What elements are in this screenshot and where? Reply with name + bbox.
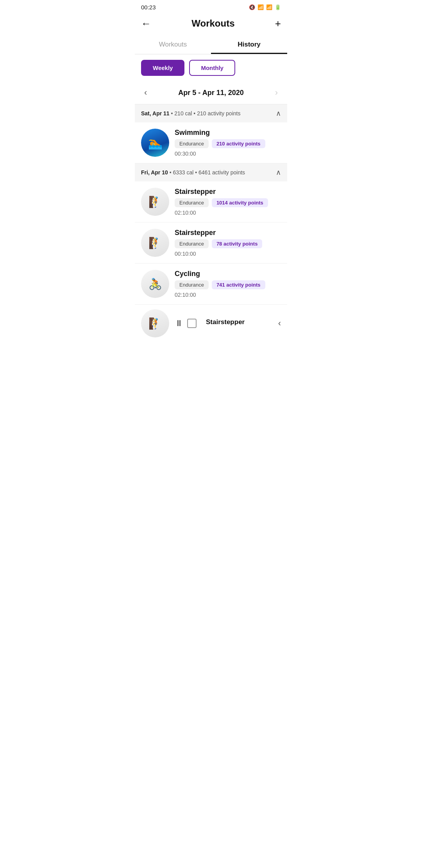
workout-name-stairstepper-2: Stairstepper [175, 229, 281, 237]
workout-duration-swimming: 00:30:00 [175, 151, 281, 157]
signal-icon: 📶 [266, 4, 272, 10]
workout-item-stairstepper-1[interactable]: Stairstepper Endurance 1014 activity poi… [135, 181, 287, 222]
avatar-stairstepper-partial [141, 309, 169, 337]
chevron-up-icon-sat: ∧ [276, 109, 281, 118]
wifi-icon: 📶 [257, 4, 264, 10]
tabs-container: Workouts History [135, 35, 287, 54]
battery-icon: 🔋 [275, 4, 281, 10]
day-name-sat: Sat, Apr 11 [141, 110, 170, 117]
tag-endurance-stairstepper-1: Endurance [175, 198, 209, 207]
workout-details-cycling: Cycling Endurance 741 activity points 02… [175, 270, 281, 298]
workout-details-stairstepper-2: Stairstepper Endurance 78 activity point… [175, 229, 281, 257]
date-next-button[interactable]: › [272, 86, 281, 99]
workout-item-cycling[interactable]: Cycling Endurance 741 activity points 02… [135, 264, 287, 305]
workout-tags-cycling: Endurance 741 activity points [175, 280, 281, 289]
add-button[interactable]: + [275, 18, 281, 29]
date-prev-button[interactable]: ‹ [141, 86, 150, 99]
date-range-label: Apr 5 - Apr 11, 2020 [178, 89, 243, 97]
filter-weekly[interactable]: Weekly [141, 60, 184, 76]
avatar-stairstepper-2 [141, 229, 169, 257]
workout-name-cycling: Cycling [175, 270, 281, 278]
tag-endurance-swimming: Endurance [175, 139, 209, 148]
avatar-swimming [141, 129, 169, 157]
workout-item-partial[interactable]: ⏸ Stairstepper ‹ [135, 305, 287, 342]
workout-name-swimming: Swimming [175, 129, 281, 137]
status-time: 00:23 [141, 4, 156, 11]
workout-duration-cycling: 02:10:00 [175, 292, 281, 298]
day-separator2-sat: • [193, 110, 197, 117]
partial-back-icon[interactable]: ‹ [278, 318, 281, 328]
status-icons: 🔇 📶 📶 🔋 [249, 4, 281, 10]
partial-checkbox[interactable] [187, 319, 197, 328]
tag-points-stairstepper-1: 1014 activity points [212, 198, 268, 207]
day-calories-fri: 6333 cal [173, 169, 193, 176]
partial-controls: ⏸ [175, 318, 197, 328]
avatar-stairstepper-1 [141, 188, 169, 216]
day-info-sat: Sat, Apr 11 • 210 cal • 210 activity poi… [141, 110, 240, 117]
workout-details-swimming: Swimming Endurance 210 activity points 0… [175, 129, 281, 157]
status-bar: 00:23 🔇 📶 📶 🔋 [135, 0, 287, 14]
workout-duration-stairstepper-1: 02:10:00 [175, 210, 281, 216]
workout-name-stairstepper-1: Stairstepper [175, 188, 281, 196]
pause-icon: ⏸ [175, 318, 183, 328]
workout-item-swimming[interactable]: Swimming Endurance 210 activity points 0… [135, 122, 287, 163]
filter-monthly[interactable]: Monthly [189, 60, 235, 76]
workout-tags-stairstepper-2: Endurance 78 activity points [175, 239, 281, 248]
workout-details-stairstepper-1: Stairstepper Endurance 1014 activity poi… [175, 188, 281, 216]
day-points-fri: 6461 activity points [198, 169, 245, 176]
tag-endurance-cycling: Endurance [175, 280, 209, 289]
page-title: Workouts [191, 18, 234, 29]
workout-duration-stairstepper-2: 00:10:00 [175, 251, 281, 257]
header: ← Workouts + [135, 14, 287, 35]
back-button[interactable]: ← [141, 18, 151, 29]
workout-item-stairstepper-2[interactable]: Stairstepper Endurance 78 activity point… [135, 222, 287, 264]
workout-tags-stairstepper-1: Endurance 1014 activity points [175, 198, 281, 207]
tag-endurance-stairstepper-2: Endurance [175, 239, 209, 248]
avatar-cycling [141, 270, 169, 298]
day-points-sat: 210 activity points [197, 110, 240, 117]
chevron-up-icon-fri: ∧ [276, 168, 281, 177]
filter-row: Weekly Monthly [135, 54, 287, 81]
tab-workouts[interactable]: Workouts [135, 35, 211, 54]
mute-icon: 🔇 [249, 4, 255, 10]
partial-workout-name: Stairstepper [206, 318, 245, 326]
tag-points-cycling: 741 activity points [212, 280, 265, 289]
day-calories-sat: 210 cal [174, 110, 192, 117]
day-section-sat-apr-11[interactable]: Sat, Apr 11 • 210 cal • 210 activity poi… [135, 104, 287, 122]
day-separator2-fri: • [195, 169, 198, 176]
workout-tags-swimming: Endurance 210 activity points [175, 139, 281, 148]
tag-points-swimming: 210 activity points [212, 139, 265, 148]
day-separator-sat: • [171, 110, 175, 117]
date-nav: ‹ Apr 5 - Apr 11, 2020 › [135, 81, 287, 104]
day-info-fri: Fri, Apr 10 • 6333 cal • 6461 activity p… [141, 169, 245, 176]
day-name-fri: Fri, Apr 10 [141, 169, 168, 176]
day-section-fri-apr-10[interactable]: Fri, Apr 10 • 6333 cal • 6461 activity p… [135, 163, 287, 181]
tab-history[interactable]: History [211, 35, 287, 54]
tag-points-stairstepper-2: 78 activity points [212, 239, 262, 248]
